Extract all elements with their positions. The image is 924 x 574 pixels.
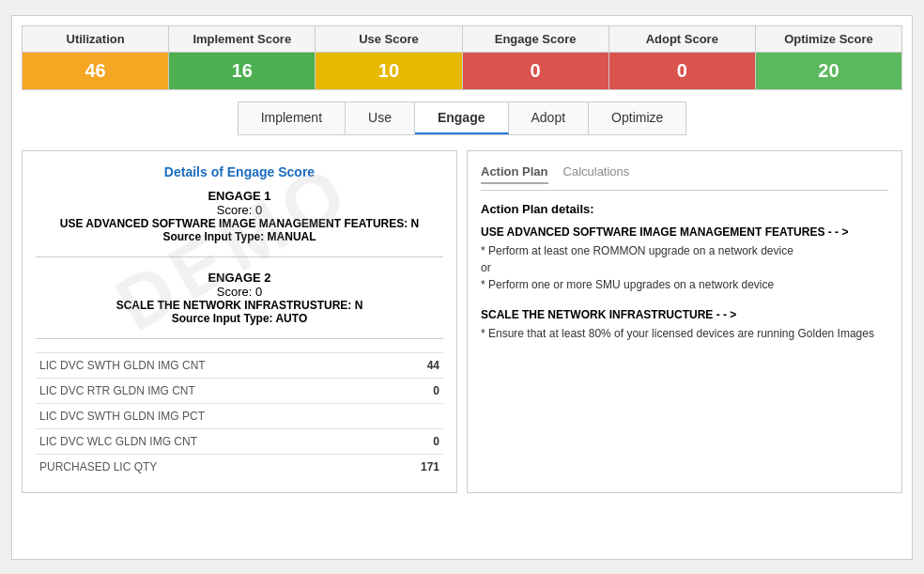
score-cell: Utilization46 [23, 26, 169, 89]
data-table: LIC DVC SWTH GLDN IMG CNT44LIC DVC RTR G… [36, 352, 443, 479]
tab-optimize[interactable]: Optimize [589, 102, 685, 134]
data-row-label: PURCHASED LIC QTY [36, 454, 390, 479]
action-item-body: * Perform at least one ROMMON upgrade on… [481, 242, 888, 293]
right-panel: Action PlanCalculations Action Plan deta… [467, 150, 902, 493]
data-row: PURCHASED LIC QTY171 [36, 454, 443, 479]
data-row-value: 171 [390, 454, 443, 479]
score-label: Use Score [316, 26, 461, 53]
tab-adopt[interactable]: Adopt [509, 102, 590, 134]
score-cell: Engage Score0 [463, 26, 609, 89]
panel-title: Details of Engage Score [36, 164, 443, 179]
score-label: Implement Score [169, 26, 315, 53]
engage-section-score: Score: 0 [36, 285, 443, 299]
score-value: 0 [463, 53, 608, 89]
tab-engage[interactable]: Engage [415, 102, 509, 134]
right-tabs: Action PlanCalculations [481, 164, 888, 191]
score-label: Adopt Score [609, 26, 755, 53]
data-row-value [390, 403, 443, 428]
score-cell: Use Score10 [316, 26, 462, 89]
main-content: Details of Engage Score ENGAGE 1Score: 0… [22, 150, 902, 493]
score-cell: Implement Score16 [169, 26, 316, 89]
engage-section-2: ENGAGE 2Score: 0SCALE THE NETWORK INFRAS… [36, 271, 443, 339]
score-header: Utilization46Implement Score16Use Score1… [22, 25, 902, 90]
engage-section-source: Source Input Type: MANUAL [36, 230, 443, 243]
action-item-1: USE ADVANCED SOFTWARE IMAGE MANAGEMENT F… [481, 225, 888, 293]
right-tab-calculations[interactable]: Calculations [563, 164, 630, 184]
action-item-2: SCALE THE NETWORK INFRASTRUCTURE - - >* … [481, 308, 888, 342]
score-value: 20 [756, 53, 901, 89]
data-row: LIC DVC SWTH GLDN IMG CNT44 [36, 352, 443, 378]
score-value: 0 [609, 53, 755, 89]
score-value: 10 [316, 53, 461, 89]
score-value: 46 [23, 53, 168, 89]
data-row: LIC DVC WLC GLDN IMG CNT0 [36, 428, 443, 454]
score-label: Engage Score [463, 26, 608, 53]
data-row-value: 44 [390, 352, 443, 378]
data-row-value: 0 [390, 428, 443, 454]
tab-use[interactable]: Use [346, 102, 415, 134]
data-row: LIC DVC SWTH GLDN IMG PCT [36, 403, 443, 428]
score-cell: Adopt Score0 [609, 26, 756, 89]
data-row: LIC DVC RTR GLDN IMG CNT0 [36, 378, 443, 403]
main-tabs: ImplementUseEngageAdoptOptimize [238, 101, 687, 135]
action-items: USE ADVANCED SOFTWARE IMAGE MANAGEMENT F… [481, 225, 888, 342]
engage-sections: ENGAGE 1Score: 0USE ADVANCED SOFTWARE IM… [36, 189, 443, 339]
score-value: 16 [169, 53, 315, 89]
engage-section-title: ENGAGE 2 [36, 271, 443, 285]
right-tab-action-plan[interactable]: Action Plan [481, 164, 548, 184]
score-label: Utilization [23, 26, 168, 53]
tab-implement[interactable]: Implement [239, 102, 346, 134]
data-row-label: LIC DVC WLC GLDN IMG CNT [36, 428, 390, 454]
engage-section-1: ENGAGE 1Score: 0USE ADVANCED SOFTWARE IM… [36, 189, 443, 257]
data-row-label: LIC DVC SWTH GLDN IMG CNT [36, 352, 390, 378]
score-label: Optimize Score [756, 26, 901, 53]
left-panel: Details of Engage Score ENGAGE 1Score: 0… [22, 150, 457, 493]
engage-section-score: Score: 0 [36, 203, 443, 217]
engage-section-desc: SCALE THE NETWORK INFRASTRUSTURE: N [36, 299, 443, 312]
data-row-label: LIC DVC RTR GLDN IMG CNT [36, 378, 390, 403]
action-plan-title: Action Plan details: [481, 202, 888, 216]
score-cell: Optimize Score20 [756, 26, 901, 89]
engage-section-desc: USE ADVANCED SOFTWARE IMAGE MANAGEMENT F… [36, 217, 443, 230]
data-row-label: LIC DVC SWTH GLDN IMG PCT [36, 403, 390, 428]
data-row-value: 0 [390, 378, 443, 403]
engage-section-source: Source Input Type: AUTO [36, 312, 443, 325]
action-item-body: * Ensure that at least 80% of your licen… [481, 325, 888, 342]
action-item-title: USE ADVANCED SOFTWARE IMAGE MANAGEMENT F… [481, 225, 888, 239]
engage-section-title: ENGAGE 1 [36, 189, 443, 203]
action-item-title: SCALE THE NETWORK INFRASTRUCTURE - - > [481, 308, 888, 321]
